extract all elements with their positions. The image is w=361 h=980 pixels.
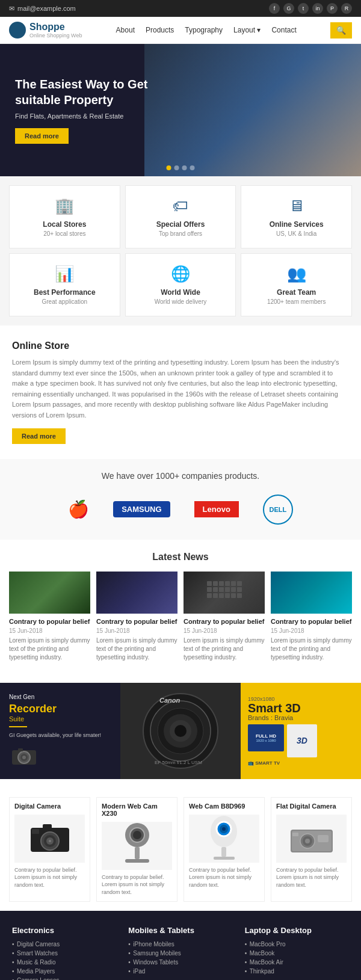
samsung-logo-text: SAMSUNG [113, 501, 170, 517]
apple-logo-icon: 🍎 [68, 499, 89, 519]
dell-logo-text: DELL [263, 495, 293, 525]
hero-subtitle: Find Flats, Apartments & Real Estate [15, 112, 184, 120]
hero-dots [167, 165, 195, 170]
footer-item: iPhone Mobiles [128, 941, 232, 948]
footer-electronics: Electronics Digital Cameras Smart Watche… [12, 926, 116, 980]
feature-special-offers: 🏷 Special Offers Top brand offers [125, 185, 236, 248]
key [219, 587, 224, 592]
twitter-icon[interactable]: t [298, 3, 309, 14]
news-excerpt-4: Lorem ipsum is simply dummy text of the … [271, 636, 352, 662]
news-title-2: Contrary to popular belief [96, 617, 177, 626]
promo-1-sub: Suite [9, 715, 101, 723]
product-flat-camera: Flat Digital Camera Contrary to popular … [271, 797, 352, 902]
online-store-read-more-button[interactable]: Read more [12, 428, 66, 444]
online-store-title: Online Store [12, 341, 349, 351]
product-desc: Contrary to popular belief. Lorem ipsum … [189, 866, 259, 889]
footer-electronics-title: Electronics [12, 926, 116, 935]
feature-sub: World wide delivery [132, 298, 230, 305]
news-image-3 [184, 572, 265, 614]
feature-sub: US, UK & India [247, 230, 345, 237]
nav-layout[interactable]: Layout ▾ [233, 26, 261, 34]
canon-lens-svg: Canon EF 50mm f/1.2 L USM [141, 692, 220, 770]
logo: Shoppe Online Shopping Web [9, 22, 82, 39]
svg-rect-24 [125, 859, 149, 863]
monitor-icon: 🖥 [247, 197, 345, 215]
social-links: f G t in P R [269, 3, 352, 14]
feature-sub: 1200+ team members [247, 298, 345, 305]
tag-icon: 🏷 [132, 197, 230, 215]
footer-mobiles-list: iPhone Mobiles Samsung Mobiles Windows T… [128, 941, 232, 975]
news-card-2: Contrary to popular belief 15 Jun-2018 L… [96, 572, 177, 662]
product-digital-camera: Digital Camera Contrary to popular belie… [9, 797, 90, 902]
news-title-4: Contrary to popular belief [271, 617, 352, 626]
pinterest-icon[interactable]: P [327, 3, 338, 14]
svg-point-22 [133, 831, 141, 839]
product-title: Digital Camera [14, 803, 85, 810]
digital-camera-svg [26, 821, 74, 857]
promo-3-images: FULL HD 1920 x 1080 3D [248, 724, 317, 757]
footer-item: Camera Lenses [12, 977, 116, 980]
nav-typography[interactable]: Typography [185, 26, 223, 34]
promo-1-desc: GI Guegets available, your life smater! [9, 732, 101, 739]
dot-4[interactable] [190, 165, 195, 170]
svg-rect-30 [214, 857, 235, 860]
key [207, 581, 212, 586]
facebook-icon[interactable]: f [269, 3, 280, 14]
products-section: Digital Camera Contrary to popular belie… [0, 788, 361, 911]
dot-1[interactable] [167, 165, 171, 170]
features-grid: 🏢 Local Stores 20+ local stores 🏷 Specia… [0, 176, 361, 325]
key [213, 587, 218, 592]
googleplus-icon[interactable]: G [283, 3, 294, 14]
product-title: Modern Web Cam X230 [102, 803, 172, 817]
news-image-4 [271, 572, 352, 614]
key [237, 581, 242, 586]
logo-text-block: Shoppe Online Shopping Web [29, 22, 82, 39]
nav-about[interactable]: About [116, 26, 135, 34]
footer-item: iPad [128, 968, 232, 975]
navbar: Shoppe Online Shopping Web About Product… [0, 17, 361, 44]
svg-rect-29 [221, 847, 226, 857]
footer-laptops-title: Laptop & Desktop [245, 926, 349, 935]
news-date-2: 15 Jun-2018 [96, 627, 177, 634]
dot-2[interactable] [174, 165, 179, 170]
rss-icon[interactable]: R [341, 3, 352, 14]
hero-banner: The Easiest Way to Get suitable Property… [0, 44, 361, 176]
news-grid: Contrary to popular belief 15 Jun-2018 L… [9, 572, 352, 662]
promo-canon: Canon EF 50mm f/1.2 L USM [120, 683, 241, 779]
linkedin-icon[interactable]: in [312, 3, 323, 14]
nav-contact[interactable]: Contact [271, 26, 296, 34]
team-icon: 👥 [247, 265, 345, 283]
footer-item: Digital Cameras [12, 941, 116, 948]
footer-grid: Electronics Digital Cameras Smart Watche… [12, 926, 349, 980]
search-button[interactable]: 🔍 [330, 22, 352, 39]
webcam-b8d969-svg [208, 815, 241, 863]
footer-item: Windows Tablets [128, 959, 232, 966]
keyboard-image [184, 572, 265, 614]
product-image [276, 815, 347, 863]
hero-read-more-button[interactable]: Read more [15, 128, 69, 144]
top-bar-email: ✉ mail@example.com [9, 5, 76, 13]
footer-item: Thinkpad [245, 968, 349, 975]
key [225, 581, 230, 586]
svg-rect-19 [32, 829, 39, 834]
promo-1-title: Recorder [9, 703, 101, 715]
news-date-1: 15 Jun-2018 [9, 627, 90, 634]
svg-point-28 [222, 827, 226, 831]
nav-products[interactable]: Products [146, 26, 174, 34]
product-desc: Contrary to popular belief. Lorem ipsum … [276, 866, 347, 889]
key [231, 593, 236, 598]
footer-electronics-list: Digital Cameras Smart Watches Music & Ra… [12, 941, 116, 980]
feature-title: Online Services [247, 220, 345, 229]
news-section-title: Latest News [9, 552, 352, 562]
dot-3[interactable] [182, 165, 187, 170]
email-text: mail@example.com [17, 5, 76, 12]
product-image [102, 822, 172, 870]
key [237, 593, 242, 598]
footer-item: Music & Radio [12, 959, 116, 966]
keyboard-grid [207, 581, 242, 604]
promo-recorder: Next Gen Recorder Suite GI Guegets avail… [0, 683, 120, 779]
promo-camera-icon [9, 745, 101, 768]
3d-text: 3D [297, 736, 307, 745]
footer: Electronics Digital Cameras Smart Watche… [0, 911, 361, 980]
lenovo-logo-text: Lenovo [194, 501, 239, 517]
